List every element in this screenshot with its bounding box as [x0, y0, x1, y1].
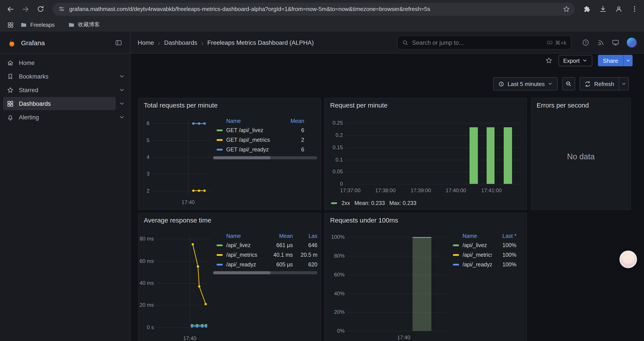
chart-series	[156, 234, 210, 332]
bell-icon	[6, 113, 14, 121]
chevron-down-icon	[582, 58, 588, 63]
favorite-star-icon[interactable]	[545, 57, 552, 65]
refresh-button[interactable]: Refresh	[580, 77, 629, 90]
panel-title[interactable]: Requests under 100ms	[330, 216, 398, 224]
extensions-icon[interactable]	[581, 3, 593, 15]
sidebar-link-alerting[interactable]: Alerting	[3, 111, 116, 124]
bar	[504, 127, 512, 184]
legend-row[interactable]: /api/_readyz605 µs620	[213, 260, 318, 269]
clock-icon	[498, 81, 504, 87]
export-button[interactable]: Export	[558, 55, 592, 66]
legend-scrollbar-thumb[interactable]	[213, 156, 270, 159]
header-icons: ?	[579, 36, 637, 49]
browser-reload-button[interactable]	[34, 3, 46, 15]
apps-grid-icon[interactable]	[5, 20, 16, 30]
dashboards-icon	[6, 100, 14, 107]
sidebar-link-dashboards[interactable]: Dashboards	[3, 97, 116, 110]
time-range-picker[interactable]: Last 5 minutes	[493, 77, 558, 90]
bar	[469, 127, 478, 184]
browser-back-button[interactable]	[4, 3, 17, 15]
series-color-marker	[453, 264, 459, 265]
search-icon	[402, 39, 408, 46]
share-menu-caret[interactable]	[623, 55, 632, 66]
legend-row[interactable]: /api/_metrics100%	[449, 250, 519, 260]
chevron-down-icon	[548, 81, 553, 87]
sidebar-item-label: Alerting	[19, 114, 39, 121]
search-input[interactable]: Search or jump to... ⌘+k	[397, 36, 571, 50]
display-icon[interactable]	[609, 36, 622, 49]
chevron-down-icon[interactable]	[116, 83, 128, 97]
panel-title[interactable]: Total requests per minute	[144, 101, 218, 109]
site-settings-icon[interactable]	[58, 5, 65, 13]
bookmark-folder-freeleaps[interactable]: Freeleaps	[18, 20, 56, 30]
user-avatar[interactable]	[626, 37, 637, 48]
sidebar-link-home[interactable]: Home	[3, 56, 128, 69]
chevron-down-icon[interactable]	[116, 97, 128, 110]
bookmark-label: 收藏博客	[78, 21, 100, 29]
series-color-marker	[216, 139, 223, 141]
series-color-marker	[453, 254, 459, 256]
url-bar[interactable]: grafana.mathmast.com/d/deytv4rwavabkb/fr…	[52, 3, 575, 16]
legend-scrollbar[interactable]	[213, 156, 318, 159]
refresh-label: Refresh	[594, 81, 614, 87]
downloads-icon[interactable]	[597, 3, 609, 15]
series-color-marker	[216, 149, 223, 151]
legend-table: NameMeanLas/api/_livez661 µs646/api/_met…	[213, 232, 318, 274]
breadcrumb-separator: ›	[201, 39, 204, 46]
sidebar-item-alerting: Alerting	[3, 111, 128, 124]
breadcrumb-home[interactable]: Home	[138, 39, 154, 46]
browser-toolbar: grafana.mathmast.com/d/deytv4rwavabkb/fr…	[0, 0, 644, 18]
series-color-marker	[216, 129, 223, 131]
refresh-interval-caret[interactable]	[618, 78, 628, 90]
sidebar-link-starred[interactable]: Starred	[3, 83, 116, 97]
browser-forward-button[interactable]	[19, 3, 32, 15]
sidebar-item-home: Home	[3, 56, 128, 69]
screen: grafana.mathmast.com/d/deytv4rwavabkb/fr…	[0, 0, 644, 341]
series-color-marker	[216, 254, 223, 256]
sidebar-toggle-icon[interactable]	[112, 36, 125, 49]
breadcrumb-current: Freeleaps Metrics Dashboard (ALPHA)	[207, 39, 314, 46]
legend-row[interactable]: GET /api/_metrics2	[213, 135, 318, 145]
folder-icon	[20, 21, 27, 28]
legend-row[interactable]: /api/_readyz100%	[449, 260, 519, 269]
panel-average-response-time: Average response time 80 ms60 ms40 ms20 …	[138, 213, 321, 341]
chevron-down-icon[interactable]	[116, 111, 128, 124]
assistant-avatar[interactable]	[620, 251, 637, 268]
bookmark-folder-blogs[interactable]: 收藏博客	[66, 20, 102, 30]
legend-scrollbar[interactable]	[213, 271, 318, 274]
legend-row[interactable]: GET /api/_livez6	[213, 126, 318, 135]
profile-icon[interactable]	[612, 3, 625, 15]
share-button-label[interactable]: Share	[598, 55, 623, 66]
refresh-button-main[interactable]: Refresh	[580, 78, 618, 90]
url-text: grafana.mathmast.com/d/deytv4rwavabkb/fr…	[69, 6, 562, 12]
sidebar-item-bookmarks: Bookmarks	[3, 70, 128, 83]
no-data-message: No data	[531, 98, 630, 209]
browser-actions	[581, 3, 640, 15]
grafana-logo[interactable]	[7, 38, 17, 47]
svg-text:?: ?	[585, 41, 587, 45]
breadcrumb-dashboards[interactable]: Dashboards	[164, 39, 197, 46]
legend-scrollbar-thumb[interactable]	[213, 271, 270, 274]
panel-total-requests-per-minute: Total requests per minute 6543217:40Name…	[138, 98, 321, 210]
bar	[486, 127, 495, 184]
bookmark-star-icon[interactable]	[562, 5, 570, 13]
panel-title[interactable]: Errors per second	[536, 101, 589, 109]
browser-menu-icon[interactable]	[628, 3, 640, 15]
legend-row[interactable]: /api/_metrics40.1 ms20.5 m	[213, 250, 318, 260]
legend-row[interactable]: /api/_livez100%	[449, 240, 519, 250]
chart-series	[152, 119, 210, 196]
panel-requests-under-100ms: Requests under 100ms 100%80%60%40%20%0%1…	[324, 213, 527, 341]
legend-inline[interactable]: 2xxMean: 0.233Max: 0.233	[331, 200, 416, 206]
news-rss-icon[interactable]	[594, 36, 607, 49]
share-button[interactable]: Share	[598, 55, 632, 66]
panel-title[interactable]: Average response time	[144, 216, 211, 224]
legend-row[interactable]: /api/_livez661 µs646	[213, 240, 318, 250]
zoom-out-button[interactable]	[562, 77, 576, 90]
panel-body: 0.250.20.150.10.05017:37:0017:38:0017:39…	[325, 98, 526, 209]
chevron-down-icon[interactable]	[116, 70, 128, 83]
help-icon[interactable]: ?	[579, 36, 592, 49]
sidebar-link-bookmarks[interactable]: Bookmarks	[3, 70, 116, 83]
panel-title[interactable]: Request per minute	[330, 101, 388, 109]
legend-row[interactable]: GET /api/_readyz6	[213, 145, 318, 154]
sidebar-item-label: Bookmarks	[19, 73, 48, 80]
